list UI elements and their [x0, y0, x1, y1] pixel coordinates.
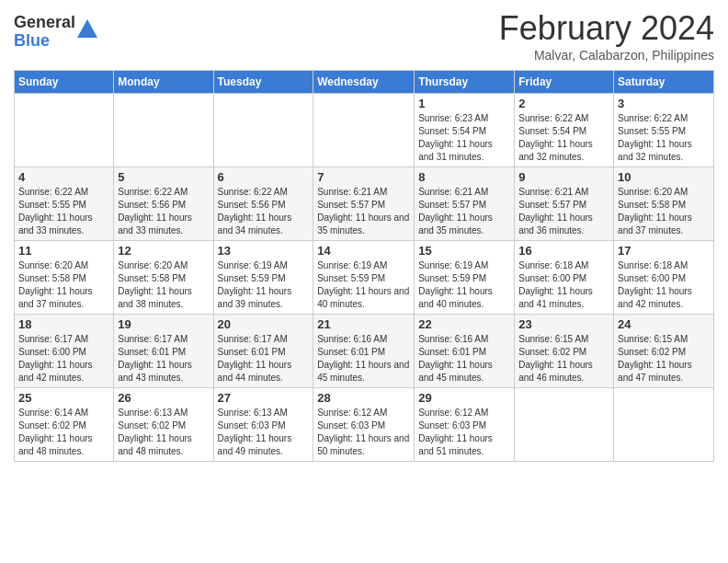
title-section: February 2024 Malvar, Calabarzon, Philip… [499, 9, 714, 63]
day-number: 5 [118, 170, 209, 184]
day-number: 22 [418, 317, 510, 331]
day-number: 16 [518, 244, 609, 258]
day-number: 26 [118, 391, 209, 405]
day-info: Sunrise: 6:14 AMSunset: 6:02 PMDaylight:… [18, 407, 109, 458]
weekday-header: Thursday [415, 71, 515, 94]
day-info: Sunrise: 6:19 AMSunset: 5:59 PMDaylight:… [418, 259, 510, 311]
calendar-cell: 10Sunrise: 6:20 AMSunset: 5:58 PMDayligh… [614, 167, 714, 241]
day-info: Sunrise: 6:22 AMSunset: 5:56 PMDaylight:… [218, 186, 310, 237]
day-info: Sunrise: 6:16 AMSunset: 6:01 PMDaylight:… [418, 333, 510, 385]
calendar-cell [313, 94, 415, 167]
calendar-cell: 17Sunrise: 6:18 AMSunset: 6:00 PMDayligh… [614, 241, 714, 315]
day-number: 17 [618, 244, 710, 258]
day-info: Sunrise: 6:18 AMSunset: 6:00 PMDaylight:… [518, 259, 609, 311]
calendar-cell: 19Sunrise: 6:17 AMSunset: 6:01 PMDayligh… [114, 315, 213, 388]
calendar-week-row: 18Sunrise: 6:17 AMSunset: 6:00 PMDayligh… [15, 315, 714, 388]
svg-marker-0 [77, 19, 97, 38]
calendar-week-row: 1Sunrise: 6:23 AMSunset: 5:54 PMDaylight… [15, 94, 714, 167]
calendar-cell: 23Sunrise: 6:15 AMSunset: 6:02 PMDayligh… [515, 315, 614, 388]
day-info: Sunrise: 6:20 AMSunset: 5:58 PMDaylight:… [618, 186, 710, 237]
logo-icon [77, 19, 97, 38]
day-number: 8 [418, 170, 510, 184]
day-number: 11 [18, 244, 109, 258]
location-text: Malvar, Calabarzon, Philippines [499, 48, 714, 63]
day-info: Sunrise: 6:21 AMSunset: 5:57 PMDaylight:… [418, 186, 510, 237]
logo: General Blue [14, 14, 97, 51]
calendar-table: SundayMondayTuesdayWednesdayThursdayFrid… [14, 70, 714, 462]
calendar-cell: 29Sunrise: 6:12 AMSunset: 6:03 PMDayligh… [415, 388, 515, 462]
day-number: 19 [118, 317, 209, 331]
day-info: Sunrise: 6:22 AMSunset: 5:54 PMDaylight:… [518, 112, 609, 164]
weekday-header: Wednesday [313, 71, 415, 94]
day-number: 14 [317, 244, 410, 258]
day-number: 12 [118, 244, 209, 258]
day-number: 27 [218, 391, 310, 405]
calendar-cell [114, 94, 213, 167]
logo-general-text: General [14, 14, 75, 32]
day-info: Sunrise: 6:19 AMSunset: 5:59 PMDaylight:… [218, 259, 310, 311]
day-number: 28 [317, 391, 410, 405]
calendar-cell: 12Sunrise: 6:20 AMSunset: 5:58 PMDayligh… [114, 241, 213, 315]
day-info: Sunrise: 6:13 AMSunset: 6:03 PMDaylight:… [218, 407, 310, 458]
day-info: Sunrise: 6:20 AMSunset: 5:58 PMDaylight:… [118, 259, 209, 311]
day-number: 20 [218, 317, 310, 331]
calendar-cell: 3Sunrise: 6:22 AMSunset: 5:55 PMDaylight… [614, 94, 714, 167]
day-info: Sunrise: 6:15 AMSunset: 6:02 PMDaylight:… [618, 333, 710, 385]
calendar-cell [614, 388, 714, 462]
day-number: 6 [218, 170, 310, 184]
calendar-cell: 6Sunrise: 6:22 AMSunset: 5:56 PMDaylight… [213, 167, 313, 241]
day-info: Sunrise: 6:21 AMSunset: 5:57 PMDaylight:… [518, 186, 609, 237]
day-number: 7 [317, 170, 410, 184]
calendar-cell: 14Sunrise: 6:19 AMSunset: 5:59 PMDayligh… [313, 241, 415, 315]
calendar-cell: 16Sunrise: 6:18 AMSunset: 6:00 PMDayligh… [515, 241, 614, 315]
day-info: Sunrise: 6:15 AMSunset: 6:02 PMDaylight:… [518, 333, 609, 385]
day-number: 9 [518, 170, 609, 184]
calendar-cell: 22Sunrise: 6:16 AMSunset: 6:01 PMDayligh… [415, 315, 515, 388]
weekday-header: Friday [515, 71, 614, 94]
day-info: Sunrise: 6:21 AMSunset: 5:57 PMDaylight:… [317, 186, 410, 237]
day-number: 21 [317, 317, 410, 331]
calendar-cell: 13Sunrise: 6:19 AMSunset: 5:59 PMDayligh… [213, 241, 313, 315]
day-number: 15 [418, 244, 510, 258]
calendar-cell: 5Sunrise: 6:22 AMSunset: 5:56 PMDaylight… [114, 167, 213, 241]
calendar-cell: 27Sunrise: 6:13 AMSunset: 6:03 PMDayligh… [213, 388, 313, 462]
day-number: 2 [518, 97, 609, 110]
calendar-cell: 2Sunrise: 6:22 AMSunset: 5:54 PMDaylight… [515, 94, 614, 167]
calendar-cell [213, 94, 313, 167]
weekday-header: Monday [114, 71, 213, 94]
calendar-cell: 15Sunrise: 6:19 AMSunset: 5:59 PMDayligh… [415, 241, 515, 315]
day-info: Sunrise: 6:22 AMSunset: 5:55 PMDaylight:… [618, 112, 710, 164]
calendar-cell: 24Sunrise: 6:15 AMSunset: 6:02 PMDayligh… [614, 315, 714, 388]
day-number: 24 [618, 317, 710, 331]
day-info: Sunrise: 6:17 AMSunset: 6:01 PMDaylight:… [218, 333, 310, 385]
day-info: Sunrise: 6:12 AMSunset: 6:03 PMDaylight:… [418, 407, 510, 458]
calendar-cell: 9Sunrise: 6:21 AMSunset: 5:57 PMDaylight… [515, 167, 614, 241]
page-header: General Blue February 2024 Malvar, Calab… [14, 9, 714, 63]
logo-blue-text: Blue [14, 32, 75, 51]
calendar-cell: 1Sunrise: 6:23 AMSunset: 5:54 PMDaylight… [415, 94, 515, 167]
calendar-cell: 21Sunrise: 6:16 AMSunset: 6:01 PMDayligh… [313, 315, 415, 388]
day-number: 23 [518, 317, 609, 331]
calendar-cell: 11Sunrise: 6:20 AMSunset: 5:58 PMDayligh… [15, 241, 114, 315]
calendar-week-row: 11Sunrise: 6:20 AMSunset: 5:58 PMDayligh… [15, 241, 714, 315]
day-info: Sunrise: 6:18 AMSunset: 6:00 PMDaylight:… [618, 259, 710, 311]
calendar-cell: 26Sunrise: 6:13 AMSunset: 6:02 PMDayligh… [114, 388, 213, 462]
day-number: 18 [18, 317, 109, 331]
day-info: Sunrise: 6:17 AMSunset: 6:01 PMDaylight:… [118, 333, 209, 385]
calendar-header-row: SundayMondayTuesdayWednesdayThursdayFrid… [15, 71, 714, 94]
day-number: 3 [618, 97, 710, 110]
day-info: Sunrise: 6:22 AMSunset: 5:55 PMDaylight:… [18, 186, 109, 237]
weekday-header: Sunday [15, 71, 114, 94]
calendar-cell: 4Sunrise: 6:22 AMSunset: 5:55 PMDaylight… [15, 167, 114, 241]
day-info: Sunrise: 6:23 AMSunset: 5:54 PMDaylight:… [418, 112, 510, 164]
day-info: Sunrise: 6:12 AMSunset: 6:03 PMDaylight:… [317, 407, 410, 458]
calendar-cell: 20Sunrise: 6:17 AMSunset: 6:01 PMDayligh… [213, 315, 313, 388]
day-info: Sunrise: 6:16 AMSunset: 6:01 PMDaylight:… [317, 333, 410, 385]
day-number: 25 [18, 391, 109, 405]
day-info: Sunrise: 6:22 AMSunset: 5:56 PMDaylight:… [118, 186, 209, 237]
day-number: 4 [18, 170, 109, 184]
calendar-cell: 25Sunrise: 6:14 AMSunset: 6:02 PMDayligh… [15, 388, 114, 462]
day-info: Sunrise: 6:19 AMSunset: 5:59 PMDaylight:… [317, 259, 410, 311]
day-info: Sunrise: 6:17 AMSunset: 6:00 PMDaylight:… [18, 333, 109, 385]
calendar-cell [15, 94, 114, 167]
